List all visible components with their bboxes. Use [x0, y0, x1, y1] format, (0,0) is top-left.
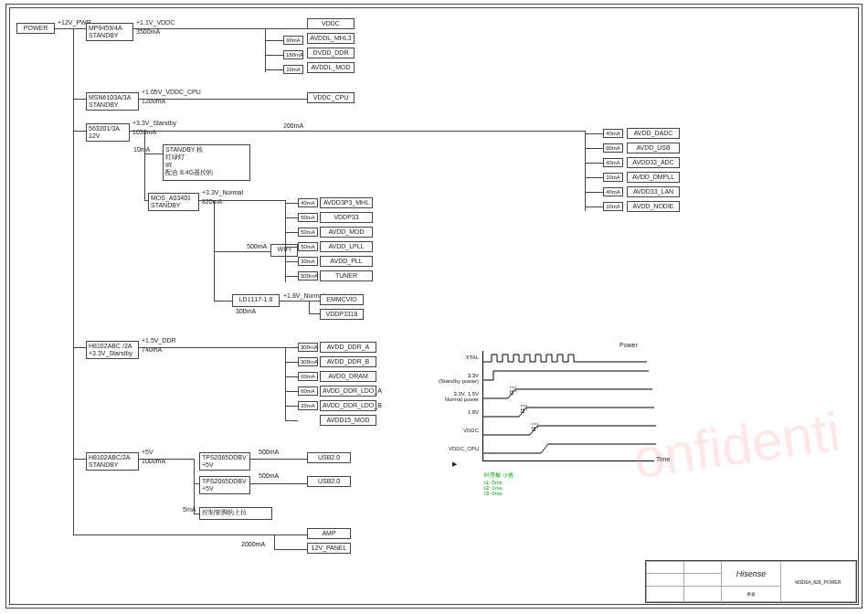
wire [144, 154, 163, 154]
load: USB2.0 [307, 476, 351, 487]
i-label: 300mA [298, 357, 318, 366]
doc: MSD6A_828_POWER [780, 562, 855, 602]
rail-1v1: +1.1V_VDDC [136, 19, 175, 26]
reg-tps1: TPS2065DDBV +5V [199, 452, 250, 471]
reg-mp9459: MP9459/4A STANDBY [86, 23, 133, 41]
i-label: 10mA [283, 65, 303, 74]
load: AVDD_DRAM [320, 371, 376, 382]
wire [285, 420, 298, 421]
axis-label: Time [656, 456, 670, 462]
reg-standby: STANDBY [89, 32, 119, 38]
reg-standby: +3.3V_Standby [89, 350, 132, 356]
reg-h8102-5v: H8102ABC/2A STANDBY [86, 452, 139, 471]
wire [214, 251, 270, 252]
i-label: 60mA [298, 386, 318, 396]
svg-text:t3: t3 [532, 427, 535, 432]
wire [73, 99, 86, 100]
reg-name: TPS2065DDBV [202, 454, 247, 460]
timing-row-label: VDDC_CPU [429, 446, 479, 451]
rail: +3.3V_Standby [132, 120, 176, 126]
load: AVDD_DDR_B [320, 356, 376, 367]
load: AVDDL_MOD [307, 62, 355, 73]
wire [585, 131, 586, 211]
current: 10mA [133, 146, 150, 153]
reg-mos: MOS_A03401 STANDBY [148, 193, 199, 211]
wire [285, 406, 298, 407]
wire [214, 301, 232, 302]
wire [309, 301, 310, 313]
reg-h8102-ddr: H8102ABC /2A +3.3V_Standby [86, 341, 139, 359]
current: 5mA [183, 506, 196, 513]
wire [585, 133, 603, 134]
reg-msn6103: MSN6103A/3A STANDBY [86, 92, 139, 111]
timing-row-label: 3.3V (Standby power) [429, 373, 479, 384]
load: DVDD_DDR [307, 48, 355, 58]
reg-ld1117: LD1117-1.8 [232, 294, 280, 307]
i-label: 180mA [283, 50, 303, 59]
rail: +5V [142, 449, 153, 455]
wire [73, 535, 307, 535]
i-label: 60mA [603, 143, 623, 153]
wire [280, 301, 320, 302]
load: TUNER [320, 270, 373, 281]
load: VDDC_CPU [307, 92, 355, 103]
load: AVDDL_MHL3 [307, 33, 355, 44]
svg-text:t1: t1 [510, 390, 513, 396]
reg-563201: 563201/3A 12V [86, 123, 130, 142]
reg-in: 12V [89, 132, 100, 139]
wire [73, 347, 86, 348]
wire [285, 362, 298, 363]
load: VDDP3318 [320, 309, 364, 320]
wire [265, 28, 266, 72]
power-block: POWER [16, 23, 55, 34]
wire [285, 200, 286, 282]
rail: +1.8V_Normal [283, 292, 324, 299]
wire [585, 148, 603, 149]
wire [585, 192, 603, 193]
wire [285, 376, 298, 377]
svg-text:t2: t2 [521, 408, 524, 414]
wire [73, 459, 86, 460]
load: AVDD_NODIE [627, 201, 680, 212]
rail: +1.05V_VDDC_CPU [142, 89, 201, 95]
load: AVDD33_ADC [627, 157, 680, 168]
reg-name: H8102ABC/2A [89, 454, 131, 460]
timing-row-label: XTAL [429, 355, 479, 360]
wire [265, 69, 283, 70]
i-label: 10mA [603, 202, 623, 211]
wire [285, 203, 298, 204]
reg-standby: STANDBY [151, 202, 181, 208]
current: 500mA [259, 449, 279, 455]
wire [274, 535, 275, 549]
arrow: ▶ [452, 460, 457, 468]
reg-in: +5V [202, 461, 214, 468]
load: AVDD_MOD [320, 227, 373, 238]
wire [285, 261, 298, 262]
load: AVDD_DDR_A [320, 342, 376, 353]
load: AMP [307, 528, 351, 539]
wire [55, 28, 86, 29]
i-label: 40mA [603, 129, 623, 138]
wire [144, 131, 145, 200]
timing-row-label: 3.3V, 1.5V Normal power [429, 391, 479, 402]
wire [285, 232, 298, 233]
i-label: 50mA [298, 213, 318, 222]
load: AVDD_PLL [320, 256, 373, 267]
load: AVDD_USB [627, 143, 680, 154]
wire [250, 483, 307, 484]
wire [285, 247, 298, 248]
wire [139, 99, 307, 100]
wire [139, 459, 194, 460]
load: AVDD3P3_MHL [320, 197, 373, 208]
current: 3500mA [136, 28, 160, 35]
load: AVDD_DADC [627, 128, 680, 139]
sheet: 单板 [722, 586, 780, 601]
wire [585, 206, 603, 207]
reg-name: TPS2065DDBV [202, 478, 247, 484]
current: 300mA [236, 308, 256, 314]
wire [265, 40, 283, 41]
load: USB2.0 [307, 452, 351, 463]
load: AVDD_LPLL [320, 241, 373, 252]
load: VDDP33 [320, 212, 373, 223]
wire [194, 459, 195, 513]
